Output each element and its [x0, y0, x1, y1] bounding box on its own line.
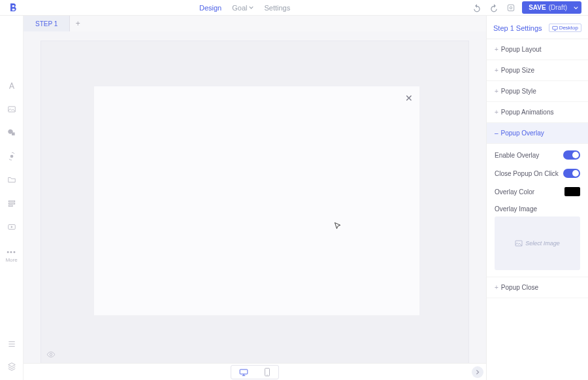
- shape-tool[interactable]: [6, 127, 18, 139]
- svg-rect-0: [508, 5, 514, 10]
- tab-settings[interactable]: Settings: [264, 4, 290, 12]
- mobile-icon: [264, 368, 270, 377]
- svg-point-8: [50, 353, 52, 356]
- dots-icon: •••: [7, 249, 16, 256]
- save-button[interactable]: SAVE (Draft): [522, 1, 581, 14]
- social-tool[interactable]: [6, 174, 18, 186]
- close-on-click-label: Close Popup On Click: [495, 170, 559, 177]
- settings-title: Step 1 Settings: [493, 24, 542, 32]
- svg-rect-9: [240, 369, 248, 373]
- app-header: Design Goal Settings SAVE (Draft): [0, 0, 588, 16]
- close-on-click-toggle[interactable]: [563, 169, 580, 178]
- section-popup-close[interactable]: +Popup Close: [487, 277, 588, 298]
- text-tool[interactable]: [6, 80, 18, 92]
- section-popup-size[interactable]: +Popup Size: [487, 60, 588, 81]
- overlay-body: Enable Overlay Close Popup On Click Over…: [487, 144, 588, 277]
- visibility-toggle[interactable]: [46, 350, 56, 359]
- canvas-area: STEP 1 + ✕: [24, 16, 486, 380]
- canvas-stage[interactable]: ✕: [41, 41, 469, 363]
- add-step-button[interactable]: +: [70, 16, 86, 31]
- svg-rect-5: [8, 203, 14, 204]
- next-step-button[interactable]: [472, 366, 483, 378]
- preview-button[interactable]: [505, 2, 517, 14]
- app-logo[interactable]: [8, 3, 18, 13]
- chevron-right-icon: [475, 370, 480, 375]
- chevron-down-icon: [249, 6, 253, 9]
- video-tool[interactable]: [6, 221, 18, 233]
- left-toolbar: ••• More: [0, 16, 24, 380]
- enable-overlay-label: Enable Overlay: [495, 152, 539, 159]
- device-mobile-button[interactable]: [256, 366, 278, 379]
- more-tool[interactable]: ••• More: [5, 249, 17, 263]
- overlay-image-select[interactable]: Select Image: [495, 216, 580, 270]
- svg-rect-4: [8, 201, 14, 202]
- enable-overlay-toggle[interactable]: [563, 150, 580, 160]
- undo-button[interactable]: [471, 2, 483, 14]
- layers-tool[interactable]: [6, 360, 18, 372]
- tab-goal[interactable]: Goal: [232, 4, 253, 12]
- tab-design[interactable]: Design: [199, 4, 221, 12]
- image-tool[interactable]: [6, 103, 18, 115]
- popup-close-icon[interactable]: ✕: [405, 93, 413, 103]
- toggle-knob: [572, 152, 579, 158]
- svg-rect-12: [552, 26, 557, 29]
- form-tool[interactable]: [6, 198, 18, 209]
- image-icon: [515, 240, 523, 247]
- desktop-icon: [552, 26, 558, 31]
- section-popup-style[interactable]: +Popup Style: [487, 81, 588, 102]
- list-tool[interactable]: [6, 338, 18, 350]
- svg-rect-2: [8, 107, 15, 112]
- button-tool[interactable]: [6, 150, 18, 162]
- toggle-knob: [572, 170, 579, 177]
- svg-point-11: [267, 374, 267, 375]
- desktop-icon: [239, 368, 248, 376]
- overlay-color-swatch[interactable]: [564, 187, 580, 196]
- device-badge[interactable]: Desktop: [549, 24, 581, 32]
- redo-button[interactable]: [488, 2, 500, 14]
- section-popup-overlay[interactable]: –Popup Overlay: [487, 123, 588, 144]
- step-tab-1[interactable]: STEP 1: [24, 16, 70, 31]
- svg-point-3: [10, 155, 13, 158]
- device-desktop-button[interactable]: [231, 366, 256, 379]
- chevron-down-icon: [574, 6, 578, 9]
- overlay-color-label: Overlay Color: [495, 188, 534, 196]
- svg-point-1: [510, 7, 512, 9]
- popup-preview[interactable]: ✕: [93, 86, 420, 316]
- svg-rect-6: [8, 205, 12, 207]
- settings-panel: Step 1 Settings Desktop +Popup Layout +P…: [486, 16, 588, 380]
- section-popup-layout[interactable]: +Popup Layout: [487, 39, 588, 60]
- section-popup-animations[interactable]: +Popup Animations: [487, 102, 588, 123]
- overlay-image-label: Overlay Image: [495, 205, 580, 213]
